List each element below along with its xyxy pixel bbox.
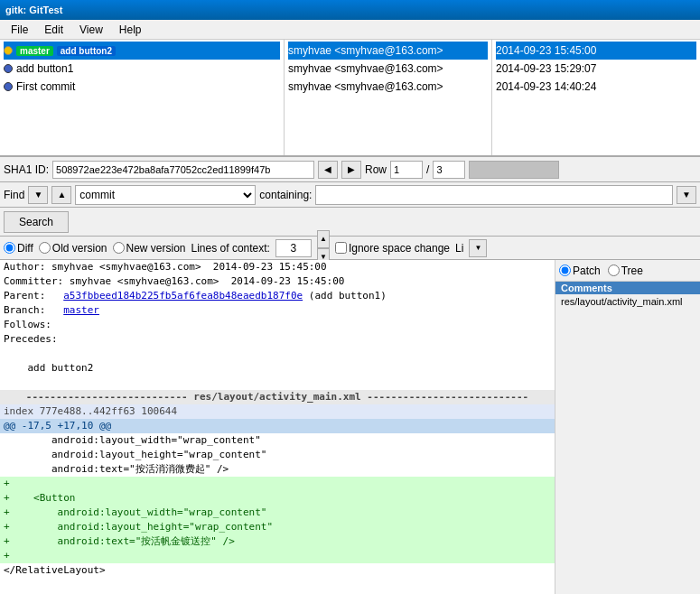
menu-bar: File Edit View Help: [0, 20, 700, 40]
diff-commit-msg: add button2: [0, 361, 555, 376]
find-clear-btn[interactable]: ▼: [677, 186, 696, 204]
branch-master: master: [16, 46, 53, 56]
date-row-1[interactable]: 2014-09-23 15:29:07: [496, 60, 696, 78]
find-label: Find: [4, 189, 24, 201]
diff-added-2: + <Button: [0, 491, 555, 506]
title-bar: gitk: GitTest: [0, 0, 700, 20]
options-row: Diff Old version New version Lines of co…: [0, 237, 700, 260]
menu-help[interactable]: Help: [112, 22, 149, 38]
find-search-input[interactable]: [315, 185, 673, 205]
sha-input[interactable]: [52, 161, 314, 179]
diff-footer-line: </RelativeLayout>: [0, 563, 555, 578]
new-version-radio-label[interactable]: New version: [113, 242, 186, 255]
context-input[interactable]: [275, 239, 312, 257]
author-row-0[interactable]: smyhvae <smyhvae@163.com>: [288, 42, 488, 60]
file-item-0[interactable]: res/layout/activity_main.xml: [555, 294, 700, 309]
commit-message-1: add button1: [16, 62, 73, 75]
diff-file-separator: --------------------------- res/layout/a…: [0, 390, 555, 404]
sha-next-btn[interactable]: ▶: [341, 161, 361, 179]
find-up-btn[interactable]: ▲: [51, 186, 71, 204]
diff-normal-1: android:layout_width="wrap_content": [0, 433, 555, 448]
author-row-1[interactable]: smyhvae <smyhvae@163.com>: [288, 60, 488, 78]
tree-label: Tree: [621, 265, 643, 277]
sha-extra-input[interactable]: [469, 161, 559, 179]
date-0: 2014-09-23 15:45:00: [496, 44, 596, 57]
menu-file[interactable]: File: [4, 22, 35, 38]
row-total-input[interactable]: [433, 161, 465, 179]
new-version-label: New version: [126, 242, 186, 255]
diff-index-line: index 777e488..442ff63 100644: [0, 404, 555, 419]
diff-hunk-header: @@ -17,5 +17,10 @@: [0, 419, 555, 433]
diff-branch-line: Branch: master: [0, 303, 555, 318]
diff-added-4: + android:layout_height="wrap_content": [0, 520, 555, 534]
comments-label[interactable]: Comments: [555, 282, 700, 294]
tree-radio[interactable]: [608, 265, 620, 276]
right-file-list: Comments res/layout/activity_main.xml: [555, 282, 700, 594]
date-2: 2014-09-23 14:40:24: [496, 80, 596, 93]
commit-dot-0: [4, 46, 13, 55]
sha-row: SHA1 ID: ◀ ▶ Row /: [0, 157, 700, 182]
row-current-input[interactable]: [390, 161, 423, 179]
context-up-btn[interactable]: ▲: [317, 230, 330, 248]
lines-label: Lines of context:: [191, 242, 270, 255]
right-panel: Patch Tree Comments res/layout/activity_…: [555, 260, 700, 594]
search-button[interactable]: Search: [4, 211, 69, 233]
new-version-radio[interactable]: [113, 242, 125, 254]
diff-follows-line: Follows:: [0, 318, 555, 332]
search-row: Search: [0, 208, 700, 237]
sha-label: SHA1 ID:: [4, 163, 49, 176]
menu-view[interactable]: View: [72, 22, 110, 38]
author-row-2[interactable]: smyhvae <smyhvae@163.com>: [288, 78, 488, 96]
parent-link[interactable]: a53fbbeed184b225fb5af6fea8b48eaedb187f0e: [63, 290, 303, 302]
row-separator: /: [426, 163, 429, 176]
diff-radio-label[interactable]: Diff: [4, 242, 33, 255]
old-version-label: Old version: [52, 242, 107, 255]
patch-tab[interactable]: Patch: [559, 265, 601, 277]
diff-precedes-line: Precedes:: [0, 332, 555, 347]
diff-committer-line: Committer: smyhvae <smyhvae@163.com> 201…: [0, 274, 555, 289]
sha-prev-btn[interactable]: ◀: [318, 161, 338, 179]
old-version-radio-label[interactable]: Old version: [39, 242, 107, 255]
ignore-space-checkbox[interactable]: [335, 242, 347, 254]
find-field-select[interactable]: commit author committer file: [75, 185, 256, 205]
date-row-0[interactable]: 2014-09-23 15:45:00: [496, 42, 696, 60]
diff-added-3: + android:layout_width="wrap_content": [0, 506, 555, 520]
commit-dot-2: [4, 82, 13, 91]
branch-link[interactable]: master: [63, 304, 99, 316]
patch-radio[interactable]: [559, 265, 571, 276]
tree-tab[interactable]: Tree: [608, 265, 643, 277]
row-label: Row: [365, 163, 387, 176]
diff-author-line: Author: smyhvae <smyhvae@163.com> 2014-0…: [0, 260, 555, 274]
commit-row-0[interactable]: master add button2: [4, 42, 280, 60]
commit-graph: master add button2 add button1 First com…: [0, 40, 285, 155]
diff-normal-2: android:layout_height="wrap_content": [0, 448, 555, 462]
diff-radio[interactable]: [4, 242, 15, 254]
commit-row-2[interactable]: First commit: [4, 78, 280, 96]
li-btn[interactable]: ▼: [469, 239, 487, 257]
content-area: Author: smyhvae <smyhvae@163.com> 2014-0…: [0, 260, 700, 594]
commit-author-col: smyhvae <smyhvae@163.com> smyhvae <smyhv…: [285, 40, 492, 155]
containing-label: containing:: [259, 189, 312, 201]
diff-parent-line: Parent: a53fbbeed184b225fb5af6fea8b48eae…: [0, 289, 555, 303]
commit-date-col: 2014-09-23 15:45:00 2014-09-23 15:29:07 …: [492, 40, 700, 155]
patch-label: Patch: [573, 265, 601, 277]
old-version-radio[interactable]: [39, 242, 51, 254]
li-label: Li: [455, 242, 463, 255]
commit-dot-1: [4, 64, 13, 73]
find-down-btn[interactable]: ▼: [28, 186, 48, 204]
author-2: smyhvae <smyhvae@163.com>: [288, 80, 443, 93]
main-area: master add button2 add button1 First com…: [0, 40, 700, 594]
title-label: gitk: GitTest: [5, 5, 62, 15]
ignore-space-text: Ignore space change: [349, 242, 450, 255]
diff-normal-3: android:text="按活消消微费起" />: [0, 462, 555, 477]
diff-panel[interactable]: Author: smyhvae <smyhvae@163.com> 2014-0…: [0, 260, 555, 594]
ignore-space-label[interactable]: Ignore space change: [335, 242, 450, 255]
commit-row-1[interactable]: add button1: [4, 60, 280, 78]
date-row-2[interactable]: 2014-09-23 14:40:24: [496, 78, 696, 96]
find-row: Find ▼ ▲ commit author committer file co…: [0, 182, 700, 208]
menu-edit[interactable]: Edit: [37, 22, 70, 38]
diff-added-6: +: [0, 549, 555, 563]
diff-empty1: [0, 347, 555, 361]
file-item-label-0: res/layout/activity_main.xml: [561, 296, 683, 307]
date-1: 2014-09-23 15:29:07: [496, 62, 596, 75]
